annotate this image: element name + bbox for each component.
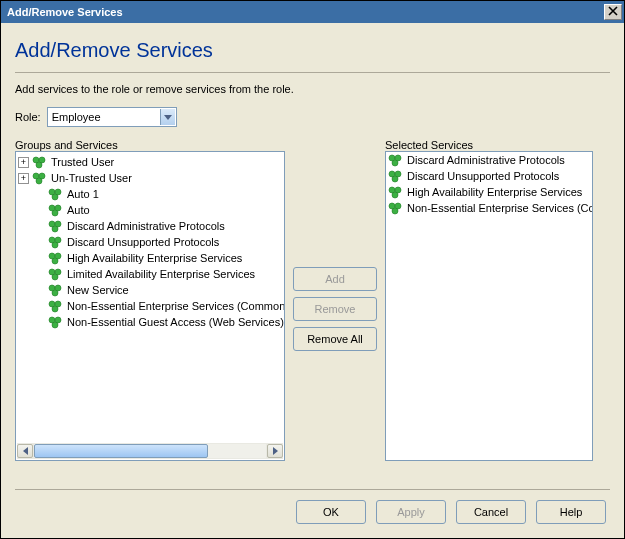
svg-point-23 — [52, 274, 58, 280]
svg-point-20 — [52, 258, 58, 264]
tree-item[interactable]: Auto — [18, 202, 284, 218]
tree-item[interactable]: Non-Essential Enterprise Services (Commo… — [18, 298, 284, 314]
svg-point-41 — [392, 192, 398, 198]
tree-item[interactable]: +Trusted User — [18, 154, 284, 170]
service-icon — [388, 169, 402, 183]
close-icon — [608, 6, 618, 18]
service-icon — [48, 203, 62, 217]
panel-labels: Groups and Services Selected Services — [15, 139, 610, 151]
service-icon — [32, 171, 46, 185]
tree-item-label: Trusted User — [49, 156, 116, 168]
list-item-label: Discard Unsupported Protocols — [405, 170, 561, 182]
list-item[interactable]: Discard Unsupported Protocols — [386, 168, 592, 184]
service-icon — [48, 235, 62, 249]
tree-item-label: Non-Essential Guest Access (Web Services… — [65, 316, 284, 328]
window-title: Add/Remove Services — [7, 6, 604, 18]
cancel-button[interactable]: Cancel — [456, 500, 526, 524]
list-item-label: High Availability Enterprise Services — [405, 186, 584, 198]
tree-item-label: Limited Availability Enterprise Services — [65, 268, 257, 280]
role-row: Role: Employee — [15, 107, 610, 127]
left-panel-label: Groups and Services — [15, 139, 285, 151]
help-button[interactable]: Help — [536, 500, 606, 524]
page-description: Add services to the role or remove servi… — [15, 83, 610, 95]
tree-item-label: Auto 1 — [65, 188, 101, 200]
tree-item[interactable]: High Availability Enterprise Services — [18, 250, 284, 266]
tree-item[interactable]: New Service — [18, 282, 284, 298]
service-icon — [32, 155, 46, 169]
svg-point-8 — [52, 194, 58, 200]
svg-point-2 — [36, 162, 42, 168]
remove-all-button[interactable]: Remove All — [293, 327, 377, 351]
horizontal-scrollbar[interactable] — [17, 443, 283, 459]
chevron-down-icon — [160, 109, 175, 125]
svg-point-17 — [52, 242, 58, 248]
ok-button[interactable]: OK — [296, 500, 366, 524]
close-button[interactable] — [604, 4, 622, 20]
tree-item-label: Non-Essential Enterprise Services (Commo… — [65, 300, 284, 312]
service-icon — [48, 283, 62, 297]
svg-point-11 — [52, 210, 58, 216]
dialog-window: Add/Remove Services Add/Remove Services … — [0, 0, 625, 539]
svg-point-5 — [36, 178, 42, 184]
svg-point-38 — [392, 176, 398, 182]
tree-item[interactable]: Non-Essential Guest Access (Web Services… — [18, 314, 284, 330]
titlebar: Add/Remove Services — [1, 1, 624, 23]
expand-toggle[interactable]: + — [18, 157, 29, 168]
dialog-body: Add/Remove Services Add services to the … — [1, 23, 624, 538]
tree-item-label: Un-Trusted User — [49, 172, 134, 184]
tree-item[interactable]: +Un-Trusted User — [18, 170, 284, 186]
tree-item[interactable]: Discard Administrative Protocols — [18, 218, 284, 234]
scroll-thumb[interactable] — [34, 444, 208, 458]
list-item[interactable]: Discard Administrative Protocols — [386, 152, 592, 168]
service-icon — [388, 201, 402, 215]
list-item-label: Discard Administrative Protocols — [405, 154, 567, 166]
tree-item[interactable]: Limited Availability Enterprise Services — [18, 266, 284, 282]
svg-point-29 — [52, 306, 58, 312]
service-icon — [48, 251, 62, 265]
service-icon — [48, 315, 62, 329]
tree-item-label: High Availability Enterprise Services — [65, 252, 244, 264]
tree-item-label: Discard Unsupported Protocols — [65, 236, 221, 248]
svg-point-14 — [52, 226, 58, 232]
tree-item-label: Discard Administrative Protocols — [65, 220, 227, 232]
divider — [15, 72, 610, 73]
scroll-right-button[interactable] — [267, 444, 283, 458]
service-icon — [48, 187, 62, 201]
selected-services-list[interactable]: Discard Administrative ProtocolsDiscard … — [385, 151, 593, 461]
scroll-track[interactable] — [34, 444, 266, 458]
list-item-label: Non-Essential Enterprise Services (Co... — [405, 202, 592, 214]
apply-button[interactable]: Apply — [376, 500, 446, 524]
tree-item-label: Auto — [65, 204, 92, 216]
list-item[interactable]: Non-Essential Enterprise Services (Co... — [386, 200, 592, 216]
tree-item[interactable]: Discard Unsupported Protocols — [18, 234, 284, 250]
service-icon — [48, 267, 62, 281]
svg-point-44 — [392, 208, 398, 214]
service-icon — [388, 185, 402, 199]
svg-point-35 — [392, 160, 398, 166]
role-select-value: Employee — [52, 111, 101, 123]
service-icon — [48, 219, 62, 233]
role-select[interactable]: Employee — [47, 107, 177, 127]
svg-point-32 — [52, 322, 58, 328]
tree-item[interactable]: Auto 1 — [18, 186, 284, 202]
add-button[interactable]: Add — [293, 267, 377, 291]
service-icon — [388, 153, 402, 167]
svg-point-26 — [52, 290, 58, 296]
service-icon — [48, 299, 62, 313]
panes: +Trusted User+Un-Trusted UserAuto 1AutoD… — [15, 151, 610, 483]
role-label: Role: — [15, 111, 41, 123]
transfer-buttons: Add Remove Remove All — [285, 151, 385, 483]
footer-buttons: OK Apply Cancel Help — [15, 490, 610, 528]
remove-button[interactable]: Remove — [293, 297, 377, 321]
scroll-left-button[interactable] — [17, 444, 33, 458]
expand-toggle[interactable]: + — [18, 173, 29, 184]
list-item[interactable]: High Availability Enterprise Services — [386, 184, 592, 200]
tree-item-label: New Service — [65, 284, 131, 296]
groups-services-tree[interactable]: +Trusted User+Un-Trusted UserAuto 1AutoD… — [15, 151, 285, 461]
right-panel-label: Selected Services — [385, 139, 473, 151]
page-title: Add/Remove Services — [15, 39, 610, 62]
